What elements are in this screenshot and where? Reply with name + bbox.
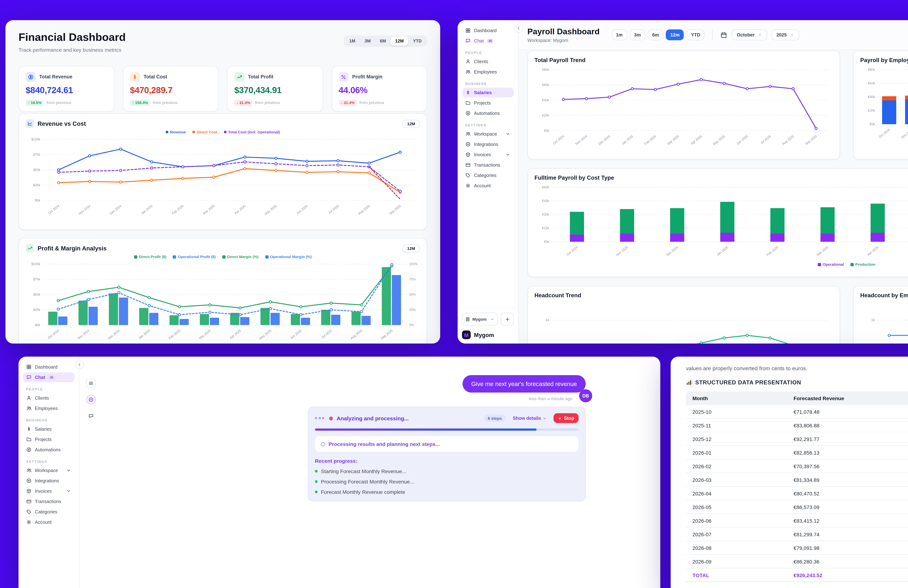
show-details-toggle[interactable]: Show details [513,415,546,421]
sidebar-section-label: SETTINGS [465,123,510,127]
payroll-dashboard-window: Dashboard Chat AI PEOPLE Clients Employe… [458,20,908,344]
svg-text:Nov 2024: Nov 2024 [575,134,588,146]
range-1m-button[interactable]: 1m [612,29,627,40]
svg-text:50%: 50% [409,293,416,296]
sidebar-item-account[interactable]: Account [462,181,514,191]
avatar[interactable]: DB [579,389,592,402]
stat-card-profit-margin: Profit Margin 44.06% ↓ 31.4% from previo… [332,66,427,112]
range-1M-button[interactable]: 1M [345,37,359,46]
assistant-focus-button[interactable] [86,395,96,405]
report-note: values are properly converted from cents… [686,365,908,371]
range-12m-button[interactable]: 12m [666,29,684,40]
stat-label: Profit Margin [352,74,383,79]
brand: M Mygom [462,331,514,339]
svg-text:Nov 2024: Nov 2024 [615,245,628,257]
svg-text:Feb 2025: Feb 2025 [644,134,657,146]
sidebar-item-chat[interactable]: Chat AI [23,373,75,382]
range-6M-button[interactable]: 6M [375,37,390,46]
delta-note: from previous [153,100,178,105]
range-badge[interactable]: 12M [402,120,420,128]
add-workspace-button[interactable] [501,313,514,326]
svg-text:Apr 2025: Apr 2025 [229,329,242,340]
sidebar-item-categories[interactable]: Categories [462,170,514,180]
sidebar-item-workspace[interactable]: Workspace [462,129,514,139]
sidebar-item-salaries[interactable]: Salaries [23,424,75,434]
sidebar-item-integrations[interactable]: Integrations [462,140,514,149]
svg-text:Nov 2024: Nov 2024 [77,329,90,340]
total-payroll-trend-chart: €0k€20k€40k€60k€80kOct 2024Nov 2024Dec 2… [534,65,833,147]
month-select[interactable]: October [732,29,767,40]
svg-text:Sep 2025: Sep 2025 [804,134,818,146]
sidebar-collapse-button[interactable] [75,360,84,369]
range-6m-button[interactable]: 6m [648,29,663,40]
sidebar-section-label: BUSINESS [465,82,510,85]
headcount-by-employee-type-chart: 1216Oct 2024Nov 2024Dec 2024Jan 2025Feb … [860,300,908,344]
sidebar-item-clients[interactable]: Clients [462,56,514,66]
plus-icon [505,316,510,321]
delta-badge: ↑ 16.5% [26,100,44,106]
fulltime-payroll-by-cost-type-chart: €0k€15k€30k€45k€60kOct 2024Nov 2024Dec 2… [534,183,908,258]
financial-dashboard-window: Financial Dashboard Track performance an… [5,20,440,344]
sidebar-item-employees[interactable]: Employees [23,403,75,413]
table-row: 2026-03€81,334.89 [686,473,908,487]
progress-item: Processing Forecast Monthly Revenue... [315,479,579,485]
sidebar-item-automations[interactable]: Automations [462,108,514,118]
sidebar-item-dashboard[interactable]: Dashboard [462,26,514,35]
range-badge[interactable]: 12M [402,244,420,252]
new-comment-button[interactable] [86,411,96,421]
sidebar-collapse-button[interactable] [514,24,523,33]
sidebar-item-projects[interactable]: Projects [462,98,514,108]
sidebar-item-transactions[interactable]: Transactions [23,496,75,506]
total-label: TOTAL [686,568,787,582]
sidebar-item-integrations[interactable]: Integrations [23,476,75,486]
sidebar-item-automations[interactable]: Automations [23,445,75,455]
sidebar-item-workspace[interactable]: Workspace [23,466,75,475]
sidebar-item-categories[interactable]: Categories [23,507,75,517]
svg-text:Oct 2024: Oct 2024 [566,245,579,256]
sidebar-item-invoices[interactable]: Invoices [23,486,75,496]
dollar-icon [465,90,471,95]
sidebar-item-transactions[interactable]: Transactions [462,160,514,170]
folder-icon [465,100,471,106]
column-header: Forecasted Revenue [787,392,908,405]
sidebar-item-dashboard[interactable]: Dashboard [23,362,75,372]
card-title: Payroll by Employee Type [860,56,908,63]
svg-text:100%: 100% [409,262,417,266]
workspace-selector[interactable]: Mygom [462,313,498,326]
assistant-processing-card: Analyzing and processing... 6 steps Show… [308,407,586,501]
stat-card-total-cost: Total Cost $470,289.7 ↑ 158.4% from prev… [123,66,219,112]
svg-text:Apr 2025: Apr 2025 [690,134,703,145]
svg-text:$0k: $0k [35,323,40,327]
svg-text:€40k: €40k [868,95,875,99]
range-3M-button[interactable]: 3M [360,37,375,46]
sidebar-item-salaries[interactable]: Salaries [462,88,514,98]
delta-badge: ↓ 31.4% [234,100,253,106]
sidebar-item-invoices[interactable]: Invoices [462,150,514,159]
recent-progress-header: Recent progress: [315,458,579,464]
svg-text:€0k: €0k [544,240,549,244]
delta-badge: ↓ 31.4% [339,100,357,106]
chat-tool-rail [86,378,96,421]
stat-value: 44.06% [339,85,420,95]
stop-button[interactable]: Stop [554,413,579,423]
delta-note: from previous [47,100,71,105]
range-YTD-button[interactable]: YTD [409,37,426,46]
svg-text:24: 24 [546,318,549,322]
sidebar-item-account[interactable]: Account [23,517,75,527]
chevron-down-icon [790,33,794,37]
svg-text:Jun 2025: Jun 2025 [296,204,309,215]
range-12M-button[interactable]: 12M [391,37,408,46]
svg-text:€40k: €40k [542,98,549,102]
sidebar-item-employees[interactable]: Employees [462,67,514,77]
sidebar-item-clients[interactable]: Clients [23,393,75,403]
thread-list-button[interactable] [86,378,96,388]
svg-text:Feb 2025: Feb 2025 [766,245,779,257]
year-select[interactable]: 2025 [771,29,799,40]
grid-icon [26,364,32,370]
range-3m-button[interactable]: 3m [630,29,645,40]
svg-text:Oct 2024: Oct 2024 [47,329,60,340]
sidebar-item-projects[interactable]: Projects [23,434,75,444]
sidebar-item-chat[interactable]: Chat AI [462,36,514,46]
range-YTD-button[interactable]: YTD [687,29,705,40]
target-icon [88,397,94,402]
